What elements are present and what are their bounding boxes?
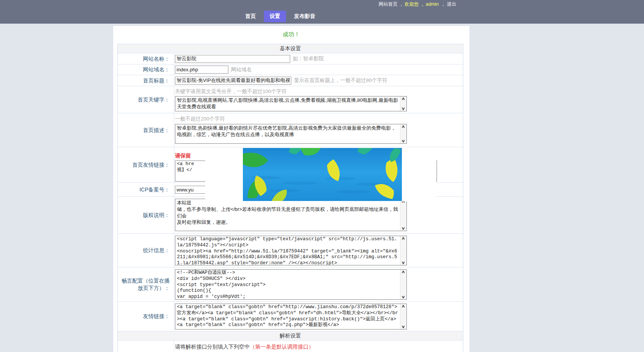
blue-leaves-image: [243, 148, 402, 201]
changyan-textarea[interactable]: <!--PC和WAP自适应版--> <div id="SOHUCS" ></di…: [175, 270, 406, 299]
site-domain-hint: 网站域名: [231, 66, 252, 73]
home-desc-label: 首页描述：: [118, 113, 174, 147]
tab-publish-media[interactable]: 发布影音: [288, 11, 321, 22]
home-keywords-textarea[interactable]: 智云影院,电视直播网站,零八影院快播,高清云影视,云点播,免费看视频,湖南卫视直…: [175, 96, 406, 111]
logout-link[interactable]: ， 退出: [440, 2, 456, 7]
top-bar-user-links: 网站首页 ，欢迎您 ，admin ， 退出: [378, 0, 457, 9]
parse-note-label-cell: [118, 341, 174, 352]
scrollbar[interactable]: ∧ ∨: [400, 304, 406, 329]
friend-links-textarea-wrap: <a target="blank" class="gobtn" href="ht…: [175, 304, 407, 329]
scroll-up-icon[interactable]: ∧: [401, 236, 405, 241]
row-changyan: 畅言配置（位置在播放页下方）： <!--PC和WAP自适应版--> <div i…: [118, 267, 463, 302]
row-friend-links: 友情链接： <a target="blank" class="gobtn" hr…: [118, 302, 463, 331]
image-overlay-background: [205, 147, 436, 201]
home-keywords-textarea-wrap: 智云影院,电视直播网站,零八影院快播,高清云影视,云点播,免费看视频,湖南卫视直…: [175, 96, 407, 111]
scroll-up-icon[interactable]: ∧: [401, 270, 405, 274]
scrollbar[interactable]: ∧ ∨: [400, 124, 406, 143]
site-domain-label: 网站域名：: [118, 64, 174, 75]
site-domain-input[interactable]: [175, 66, 228, 74]
icp-label: ICP备案号：: [118, 183, 174, 196]
scroll-down-icon[interactable]: ∨: [401, 139, 405, 143]
nav-bar: 首页 设置 发布影音: [0, 9, 644, 24]
home-title-label: 首页标题：: [118, 75, 174, 86]
row-site-name: 网站名称： 如：智卓影院: [118, 53, 463, 64]
blue-water-background: [243, 148, 402, 201]
parse-note-red-text: （第一条是默认调用接口）: [250, 344, 314, 350]
parse-note-text: 请将解析接口分别填入下列空中: [175, 344, 250, 350]
home-page-link[interactable]: 网站首页 ，: [379, 2, 404, 7]
home-desc-hint: 一般不超过200个字符: [175, 116, 463, 122]
row-site-domain: 网站域名： 网站域名: [118, 64, 463, 75]
tab-settings[interactable]: 设置: [264, 11, 286, 22]
scrollbar[interactable]: ∧ ∨: [400, 96, 406, 111]
scroll-down-icon[interactable]: ∨: [401, 295, 405, 299]
home-keywords-hint: 关键字请用英文逗号分开，一般不超过100个字符: [175, 88, 463, 95]
changyan-label: 畅言配置（位置在播放页下方）：: [118, 267, 174, 301]
changyan-textarea-wrap: <!--PC和WAP自适应版--> <div id="SOHUCS" ></di…: [175, 269, 407, 300]
row-parse-note: 请将解析接口分别填入下列空中（第一条是默认调用接口）: [118, 341, 463, 352]
stats-textarea[interactable]: <script language="javascript" type="text…: [175, 236, 406, 265]
scroll-up-icon[interactable]: ∧: [401, 304, 405, 309]
scroll-down-icon[interactable]: ∨: [401, 226, 405, 231]
success-message: 成功！: [113, 31, 469, 38]
copyright-label: 版权说明：: [118, 197, 174, 233]
row-home-keywords: 首页关键字： 关键字请用英文逗号分开，一般不超过100个字符 智云影院,电视直播…: [118, 86, 463, 113]
row-stats: 统计信息： <script language="javascript" type…: [118, 234, 463, 267]
site-name-input[interactable]: [175, 55, 290, 63]
scrollbar[interactable]: ∧ ∨: [400, 199, 406, 231]
welcome-text: 欢迎您 ，: [405, 2, 425, 7]
home-desc-textarea-wrap: 智卓影院,热剧快播,最好看的剧情片尽在优奇艺影院,高清云影视免费为大家提供最新最…: [175, 124, 407, 144]
home-links-label: 首页友情链接：: [118, 147, 174, 182]
friend-links-label: 友情链接：: [118, 302, 174, 331]
top-bar: 网站首页 ，欢迎您 ，admin ， 退出: [0, 0, 644, 9]
site-name-label: 网站名称：: [118, 53, 174, 64]
home-title-input[interactable]: [175, 77, 291, 85]
scrollbar[interactable]: ∧ ∨: [400, 236, 406, 265]
scroll-down-icon[interactable]: ∨: [401, 325, 405, 329]
friend-links-textarea[interactable]: <a target="blank" class="gobtn" href="ht…: [175, 304, 406, 329]
row-home-desc: 首页描述： 一般不超过200个字符 智卓影院,热剧快播,最好看的剧情片尽在优奇艺…: [118, 113, 463, 147]
copyright-textarea[interactable]: 本站提 储，也不参与录制、上传</br>若本站收录的节目无意侵犯了贵司版权，请给…: [175, 199, 406, 231]
home-keywords-label: 首页关键字：: [118, 86, 174, 113]
row-home-title: 首页标题： 显示在首页标题上，一般不超过80个字符: [118, 75, 463, 86]
home-title-hint: 显示在首页标题上，一般不超过80个字符: [294, 77, 387, 84]
stats-textarea-wrap: <script language="javascript" type="text…: [175, 236, 407, 265]
site-name-hint: 如：智卓影院: [293, 55, 324, 62]
row-copyright: 版权说明： 本站提 储，也不参与录制、上传</br>若本站收录的节目无意侵犯了贵…: [118, 197, 463, 234]
section-header-parse: 解析设置: [118, 331, 463, 341]
scroll-down-icon[interactable]: ∨: [401, 260, 405, 265]
section-header-basic: 基本设置: [118, 44, 463, 53]
copyright-textarea-wrap: 本站提 储，也不参与录制、上传</br>若本站收录的节目无意侵犯了贵司版权，请给…: [175, 199, 407, 231]
scrollbar[interactable]: ∧ ∨: [400, 270, 406, 299]
nav-tabs: 首页 设置 发布影音: [239, 9, 321, 24]
username-link[interactable]: admin: [426, 2, 439, 7]
scroll-down-icon[interactable]: ∨: [401, 106, 405, 111]
tab-home[interactable]: 首页: [239, 11, 262, 22]
stats-label: 统计信息：: [118, 234, 174, 267]
home-desc-textarea[interactable]: 智卓影院,热剧快播,最好看的剧情片尽在优奇艺影院,高清云影视免费为大家提供最新最…: [175, 124, 406, 143]
scroll-up-icon[interactable]: ∧: [401, 96, 405, 101]
scroll-up-icon[interactable]: ∧: [401, 124, 405, 129]
